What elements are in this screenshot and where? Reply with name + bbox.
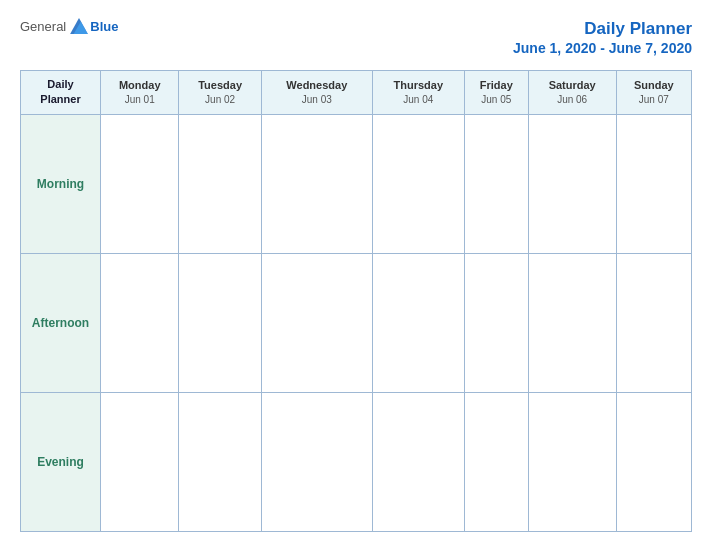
thursday-afternoon[interactable] [372,253,464,392]
logo-area: General Blue [20,18,118,34]
saturday-morning[interactable] [528,114,616,253]
sunday-evening[interactable] [616,392,691,531]
logo-blue-text: Blue [90,19,118,34]
header-row: Daily Planner Monday Jun 01 Tuesday Jun … [21,71,692,115]
logo-general-text: General [20,19,66,34]
friday-morning[interactable] [464,114,528,253]
col-tuesday: Tuesday Jun 02 [179,71,261,115]
col-thursday: Thursday Jun 04 [372,71,464,115]
morning-row: Morning [21,114,692,253]
col-saturday: Saturday Jun 06 [528,71,616,115]
date-range: June 1, 2020 - June 7, 2020 [513,40,692,56]
page: General Blue Daily Planner June 1, 2020 … [0,0,712,550]
tuesday-morning[interactable] [179,114,261,253]
col-sunday: Sunday Jun 07 [616,71,691,115]
sunday-morning[interactable] [616,114,691,253]
wednesday-evening[interactable] [261,392,372,531]
wednesday-morning[interactable] [261,114,372,253]
thursday-evening[interactable] [372,392,464,531]
monday-morning[interactable] [101,114,179,253]
saturday-afternoon[interactable] [528,253,616,392]
thursday-morning[interactable] [372,114,464,253]
saturday-evening[interactable] [528,392,616,531]
morning-label: Morning [21,114,101,253]
evening-row: Evening [21,392,692,531]
friday-afternoon[interactable] [464,253,528,392]
logo-icon [70,18,88,34]
sunday-afternoon[interactable] [616,253,691,392]
col-monday: Monday Jun 01 [101,71,179,115]
header: General Blue Daily Planner June 1, 2020 … [20,18,692,56]
monday-afternoon[interactable] [101,253,179,392]
title-area: Daily Planner June 1, 2020 - June 7, 202… [513,18,692,56]
label-col-header: Daily Planner [21,71,101,115]
afternoon-row: Afternoon [21,253,692,392]
tuesday-afternoon[interactable] [179,253,261,392]
friday-evening[interactable] [464,392,528,531]
monday-evening[interactable] [101,392,179,531]
tuesday-evening[interactable] [179,392,261,531]
evening-label: Evening [21,392,101,531]
calendar-table: Daily Planner Monday Jun 01 Tuesday Jun … [20,70,692,532]
page-title: Daily Planner [513,18,692,40]
col-wednesday: Wednesday Jun 03 [261,71,372,115]
wednesday-afternoon[interactable] [261,253,372,392]
afternoon-label: Afternoon [21,253,101,392]
col-friday: Friday Jun 05 [464,71,528,115]
logo: General Blue [20,18,118,34]
